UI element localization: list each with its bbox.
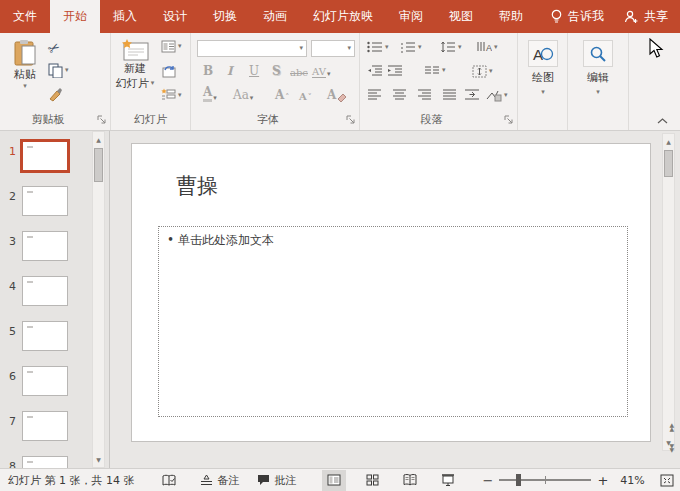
reset-slide-button[interactable] (161, 64, 176, 78)
align-right-button[interactable] (417, 89, 432, 100)
notes-button[interactable]: 备注 (200, 473, 239, 488)
main-scrollbar-thumb[interactable] (664, 150, 673, 177)
scroll-up-icon[interactable]: ▲ (663, 135, 674, 148)
slide-sorter-view-button[interactable] (360, 470, 384, 491)
zoom-out-button[interactable]: − (482, 473, 493, 488)
tell-me-button[interactable]: 告诉我 (550, 8, 604, 25)
slide-thumbnail-3[interactable]: 3 (0, 228, 92, 264)
zoom-slider[interactable] (499, 479, 591, 481)
section-button[interactable]: ▾ (161, 88, 182, 102)
tab-home[interactable]: 开始 (50, 0, 100, 33)
slide-thumbnail-1[interactable]: 1 (0, 138, 92, 174)
drawing-button[interactable]: A 绘图 ▾ (527, 40, 559, 96)
increase-font-size-button[interactable]: A ˄ (275, 88, 289, 102)
change-case-button[interactable]: Aa ▾ (233, 88, 253, 102)
main-scrollbar[interactable]: ▲ ▼ (662, 133, 675, 451)
slide-layout-button[interactable]: ▾ (161, 40, 182, 53)
align-center-button[interactable] (392, 89, 407, 100)
bold-button[interactable]: B (203, 64, 213, 78)
comments-button[interactable]: 批注 (257, 473, 296, 488)
new-slide-button[interactable]: 新建 幻灯片 ▾ (113, 39, 157, 91)
text-direction-button[interactable]: A ▾ (476, 41, 498, 53)
normal-view-button[interactable] (322, 470, 346, 491)
drawing-group: A 绘图 ▾ (518, 33, 568, 130)
status-bar: 幻灯片 第 1 张，共 14 张 备注 批注 (0, 468, 680, 491)
align-left-icon (367, 89, 382, 100)
underline-button[interactable]: U (249, 64, 259, 78)
normal-view-icon (327, 474, 341, 486)
tab-help[interactable]: 帮助 (486, 0, 536, 33)
scroll-down-icon[interactable]: ▼ (93, 453, 104, 466)
decrease-indent-button[interactable] (367, 65, 383, 76)
distributed-button[interactable] (464, 89, 480, 100)
tab-slideshow[interactable]: 幻灯片放映 (300, 0, 386, 33)
clipboard-dialog-launcher[interactable] (97, 115, 107, 125)
italic-button[interactable]: I (227, 64, 233, 78)
thumbnail-scrollbar[interactable]: ▲ ▼ (92, 131, 105, 468)
slide-thumbnail-image[interactable] (22, 186, 68, 216)
slide-thumbnail-image[interactable] (22, 276, 68, 306)
font-group: ▾ ▾ B I U S abc AV ▾ A ▾ Aa (191, 33, 360, 130)
line-spacing-button[interactable]: ▾ (440, 41, 462, 53)
tab-design[interactable]: 设计 (150, 0, 200, 33)
clear-formatting-button[interactable]: A (327, 88, 347, 102)
reading-view-button[interactable] (398, 470, 422, 491)
slide-thumbnail-6[interactable]: 6 (0, 363, 92, 399)
slide-title[interactable]: 曹操 (176, 172, 218, 200)
slide-thumbnail-7[interactable]: 7 (0, 408, 92, 444)
slideshow-view-button[interactable] (436, 470, 460, 491)
paragraph-dialog-launcher[interactable] (504, 115, 514, 125)
font-size-combobox[interactable]: ▾ (311, 40, 355, 57)
slide-thumbnail-image[interactable] (20, 139, 70, 173)
tab-insert[interactable]: 插入 (100, 0, 150, 33)
slide-thumbnail-image[interactable] (22, 231, 68, 261)
slide-canvas[interactable]: 曹操 • 单击此处添加文本 (131, 143, 651, 442)
align-text-button[interactable]: ▾ (472, 65, 493, 78)
slide-thumbnail-panel: 1 2 3 4 5 6 7 (0, 131, 110, 468)
font-dialog-launcher[interactable] (346, 115, 356, 125)
font-name-combobox[interactable]: ▾ (197, 40, 307, 57)
font-color-button[interactable]: A ▾ (203, 88, 217, 102)
increase-indent-button[interactable] (387, 65, 403, 76)
align-left-button[interactable] (367, 89, 382, 100)
zoom-level[interactable]: 41% (620, 474, 652, 487)
content-placeholder[interactable]: • 单击此处添加文本 (158, 226, 628, 417)
collapse-ribbon-button[interactable] (657, 118, 668, 124)
slide-thumbnail-8[interactable]: 8 (0, 453, 92, 468)
slide-thumbnail-image[interactable] (22, 456, 68, 468)
strikethrough-button[interactable]: abc (290, 64, 308, 78)
bullets-button[interactable]: ▾ (367, 41, 389, 53)
copy-button[interactable]: ▾ (48, 63, 69, 78)
zoom-in-button[interactable]: + (597, 473, 608, 488)
cut-button[interactable]: ✂ (48, 40, 60, 56)
share-button[interactable]: 共享 (624, 8, 668, 25)
tab-transitions[interactable]: 切换 (200, 0, 250, 33)
slide-thumbnail-image[interactable] (22, 321, 68, 351)
text-shadow-button[interactable]: S (272, 64, 281, 78)
convert-smartart-button[interactable]: ▾ (486, 89, 508, 102)
slide-thumbnail-4[interactable]: 4 (0, 273, 92, 309)
slide-thumbnail-image[interactable] (22, 366, 68, 396)
slide-thumbnail-image[interactable] (22, 411, 68, 441)
numbering-button[interactable]: ▾ (400, 41, 422, 53)
tab-animations[interactable]: 动画 (250, 0, 300, 33)
justify-button[interactable] (442, 89, 457, 100)
format-painter-button[interactable] (48, 87, 63, 102)
tab-review[interactable]: 审阅 (386, 0, 436, 33)
editing-button[interactable]: 编辑 ▾ (582, 40, 614, 96)
decrease-font-size-button[interactable]: A ˅ (299, 88, 312, 102)
slide-thumbnail-2[interactable]: 2 (0, 183, 92, 219)
zoom-slider-thumb[interactable] (516, 474, 521, 486)
character-spacing-button[interactable]: AV ▾ (312, 64, 330, 78)
columns-button[interactable]: ▾ (424, 65, 446, 76)
paste-button[interactable]: 粘贴 ▾ (6, 39, 44, 90)
tab-view[interactable]: 视图 (436, 0, 486, 33)
previous-slide-button[interactable]: ▲▲ (669, 423, 674, 431)
slide-thumbnail-5[interactable]: 5 (0, 318, 92, 354)
next-slide-button[interactable]: ▼▼ (669, 444, 674, 452)
scroll-up-icon[interactable]: ▲ (93, 133, 104, 146)
tab-file[interactable]: 文件 (0, 0, 50, 33)
fit-slide-to-window-button[interactable] (660, 474, 674, 487)
thumbnail-scrollbar-thumb[interactable] (94, 148, 103, 182)
accessibility-checker-button[interactable] (162, 474, 176, 487)
